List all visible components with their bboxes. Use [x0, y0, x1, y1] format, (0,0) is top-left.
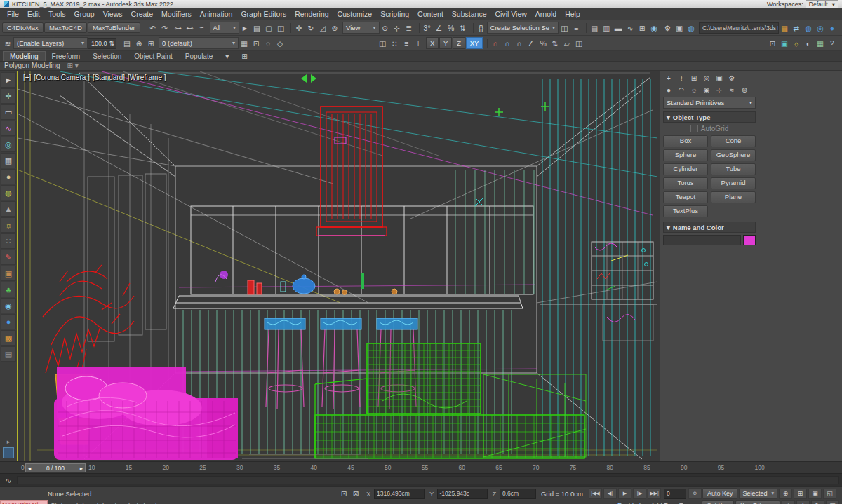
polygon-modeling-panel[interactable]: Polygon Modeling	[4, 62, 60, 70]
cameras-category-icon[interactable]: ◉	[701, 85, 712, 95]
viewport-menu-pov[interactable]: [Corona Camera ]	[34, 74, 89, 81]
ribbon-collapse-icon[interactable]: ▾	[219, 52, 235, 61]
next-frame-button[interactable]: |▶	[633, 488, 646, 499]
tab-freeform[interactable]: Freeform	[46, 52, 87, 61]
isolate-icon[interactable]: ⊡	[767, 38, 778, 49]
layer-weight-spinner[interactable]: 100.0 ⇅	[88, 38, 116, 49]
menu-item[interactable]: Scripting	[376, 10, 413, 18]
tab-modeling[interactable]: Modeling	[3, 51, 46, 61]
select-layer-objects-icon[interactable]: ▦	[239, 38, 250, 49]
render-production-icon[interactable]: ◍	[686, 22, 697, 34]
light-tool-icon[interactable]: ☼	[1, 217, 16, 233]
selection-lock-icon[interactable]: ⊠	[350, 488, 361, 499]
viewport-config-icon[interactable]: ▦	[815, 38, 826, 49]
axis-z-button[interactable]: Z	[453, 37, 465, 49]
unlink-selection-icon[interactable]: ⊷	[185, 22, 196, 34]
auto-key-button[interactable]: Auto Key	[702, 488, 738, 499]
shapes-category-icon[interactable]: ◠	[676, 85, 687, 95]
select-and-manipulate-icon[interactable]: ⊹	[392, 22, 403, 34]
viewport[interactable]: [+] [Corona Camera ] [Standard] [Wirefra…	[17, 71, 660, 461]
x-coordinate-field[interactable]: 1316.493cm	[374, 489, 425, 499]
menu-item[interactable]: Arnold	[531, 10, 561, 18]
object-type-button[interactable]: Torus	[663, 177, 708, 189]
timeline-ruler[interactable]: 0510152025303540455055606570758085909510…	[21, 462, 765, 473]
zoom-region-icon[interactable]: ◱	[823, 489, 836, 499]
array-tool-icon[interactable]: ∷	[389, 38, 400, 49]
object-name-field[interactable]	[663, 235, 741, 245]
layer-manager-icon[interactable]: ▤	[121, 38, 133, 49]
menu-item[interactable]: Civil View	[490, 10, 530, 18]
panel-options-icon[interactable]: ⊞ ▾	[67, 62, 79, 70]
select-and-move-icon[interactable]: ✛	[293, 22, 305, 34]
menu-item[interactable]: Edit	[23, 10, 44, 18]
schematic-view-icon[interactable]: ⊞	[636, 22, 648, 34]
undo-icon[interactable]: ↶	[147, 22, 159, 34]
keyboard-shortcut-override-icon[interactable]: ≣	[403, 22, 415, 34]
zoom-all-icon[interactable]: ⊞	[794, 489, 807, 499]
circle-tool-icon[interactable]: ◎	[1, 137, 16, 152]
autogrid-checkbox[interactable]	[690, 125, 698, 132]
snap-magnet-2d-icon[interactable]: ∩	[490, 38, 501, 49]
current-frame-field[interactable]: 0	[664, 489, 686, 499]
edit-poly-icon[interactable]: ▱	[561, 38, 573, 49]
motion-tab-icon[interactable]: ◎	[701, 73, 712, 83]
help-icon[interactable]: ?	[827, 38, 838, 49]
mini-curve-editor-button[interactable]: ∿	[3, 475, 14, 486]
viewport-canvas[interactable]	[18, 71, 660, 461]
time-slider[interactable]: ◂ 0 / 100 ▸	[25, 463, 86, 472]
snap-magnet-25d-icon[interactable]: ∩	[502, 38, 513, 49]
mirror-tool-icon[interactable]: ◫	[377, 38, 388, 49]
systems-category-icon[interactable]: ⊛	[739, 85, 750, 95]
space-warps-category-icon[interactable]: ≈	[726, 85, 737, 95]
ribbon-config-icon[interactable]: ⊞	[235, 52, 253, 61]
slider-left-arrow-icon[interactable]: ◂	[28, 465, 31, 472]
named-selection-dropdown[interactable]: Create Selection Se ▾	[487, 22, 559, 34]
axis-y-button[interactable]: Y	[439, 37, 452, 49]
rectangle-tool-icon[interactable]: ▭	[1, 104, 16, 120]
window-crossing-icon[interactable]: ◫	[275, 22, 286, 34]
selection-region-icon[interactable]: ▢	[263, 22, 274, 34]
display-tab-icon[interactable]: ▣	[714, 73, 725, 83]
cloud-render-icon[interactable]: ●	[827, 22, 838, 34]
select-object-icon[interactable]: ►	[239, 22, 250, 34]
move-tool-icon[interactable]: ✛	[1, 88, 16, 104]
edit-named-selection-sets-icon[interactable]: {}	[476, 22, 487, 34]
add-to-layer-icon[interactable]: ⊞	[145, 38, 156, 49]
key-filters-button[interactable]: Key Filters...	[735, 500, 780, 504]
menu-item[interactable]: Tools	[44, 10, 70, 18]
array-tool-icon[interactable]: ∷	[1, 233, 16, 249]
camera-tool-icon[interactable]: ◉	[1, 298, 16, 313]
object-color-swatch[interactable]	[743, 235, 756, 245]
curve-editor-icon[interactable]: ∿	[624, 22, 636, 34]
fov-icon[interactable]: ◇	[782, 500, 795, 504]
viewport-menu-general[interactable]: [+]	[23, 74, 31, 81]
select-and-place-icon[interactable]: ⊚	[329, 22, 340, 34]
angle-snap-toggle-icon[interactable]: ∠	[526, 38, 537, 49]
zoom-icon[interactable]: ⊕	[779, 489, 792, 499]
slider-right-arrow-icon[interactable]: ▸	[80, 465, 83, 472]
freeze-layer-icon[interactable]: ◇	[274, 38, 286, 49]
menu-item[interactable]: Customize	[333, 10, 377, 18]
object-type-button[interactable]: Sphere	[663, 149, 708, 161]
tab-object-paint[interactable]: Object Paint	[128, 52, 178, 61]
geometry-category-icon[interactable]: ●	[663, 85, 674, 95]
mirror-icon[interactable]: ◫	[559, 22, 570, 34]
project-folder-field[interactable]: C:\Users\Mauritz\...ents\3ds Max 2022	[699, 22, 779, 34]
object-type-button[interactable]: Pyramid	[711, 177, 756, 189]
subcategory-dropdown[interactable]: Standard Primitives ▾	[663, 97, 756, 109]
z-coordinate-field[interactable]: 0.6cm	[500, 489, 536, 499]
ribbon-toggle-icon[interactable]: ▬	[613, 22, 624, 34]
selection-filter-dropdown[interactable]: All ▾	[210, 22, 239, 34]
track-bar-band[interactable]	[17, 476, 839, 484]
layer-explorer-icon[interactable]: ▥	[601, 22, 612, 34]
menu-item[interactable]: Content	[413, 10, 448, 18]
isolate-selection-icon[interactable]: ⊡	[338, 488, 349, 499]
material-tool-icon[interactable]: ▩	[1, 330, 16, 346]
workspace-switch-icon[interactable]: ▦	[779, 22, 790, 34]
maxscript-mini-listener[interactable]: MAXScript Mi	[0, 500, 48, 504]
modify-tab-icon[interactable]: ≀	[676, 73, 687, 83]
anim-layer-dropdown[interactable]: (Enable Layers) ▾	[13, 37, 88, 49]
angle-snap-icon[interactable]: ∠	[434, 22, 445, 34]
shade-selected-icon[interactable]: ◐	[803, 38, 814, 49]
material-editor-icon[interactable]: ◉	[648, 22, 660, 34]
